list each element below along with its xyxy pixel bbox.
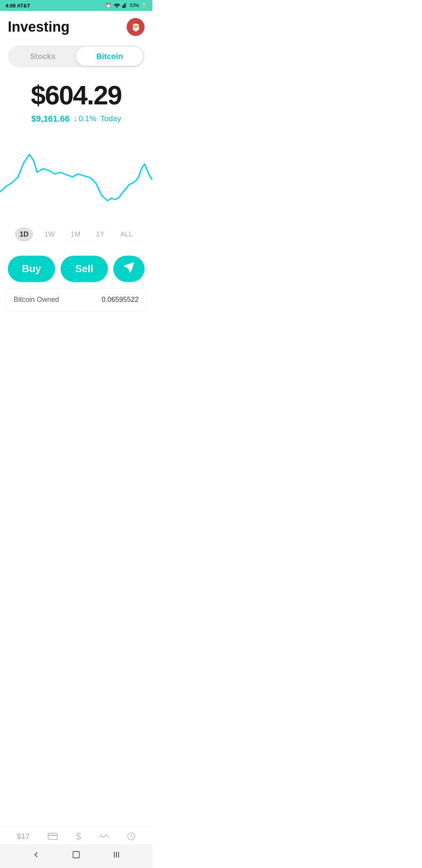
period-1d[interactable]: 1D — [15, 227, 33, 242]
svg-marker-5 — [124, 263, 133, 272]
btc-market-price: $9,161.66 — [31, 114, 70, 124]
svg-rect-3 — [125, 2, 126, 7]
svg-rect-0 — [122, 5, 123, 8]
wifi-icon — [113, 2, 120, 9]
change-percent: 0.1% — [79, 114, 97, 123]
price-change: ↓ 0.1% — [73, 114, 97, 123]
main-price: $604.29 — [8, 81, 145, 110]
send-button[interactable] — [113, 256, 145, 282]
tab-stocks[interactable]: Stocks — [9, 47, 76, 66]
svg-rect-1 — [123, 4, 124, 7]
page-title: Investing — [8, 19, 70, 35]
period-all[interactable]: ALL — [116, 227, 138, 242]
battery-icon: 🔋 — [141, 3, 147, 8]
btc-owned-card: Bitcoin Owned 0.06595522 — [5, 288, 147, 311]
sell-button[interactable]: Sell — [61, 256, 108, 282]
header: Investing 🎅 — [0, 11, 152, 40]
svg-rect-2 — [125, 3, 125, 7]
buy-button[interactable]: Buy — [8, 256, 55, 282]
price-chart — [0, 131, 152, 217]
signal-icon — [122, 2, 128, 9]
alarm-icon: ⏰ — [106, 3, 111, 8]
status-time: 4:08 AT&T — [5, 3, 30, 9]
period-1w[interactable]: 1W — [39, 227, 59, 242]
action-buttons: Buy Sell — [0, 252, 152, 288]
avatar-image: 🎅 — [131, 22, 141, 32]
change-period: Today — [100, 114, 121, 123]
period-1m[interactable]: 1M — [66, 227, 85, 242]
tab-toggle: Stocks Bitcoin — [8, 45, 145, 67]
avatar[interactable]: 🎅 — [127, 18, 145, 36]
period-1y[interactable]: 1Y — [91, 227, 109, 242]
status-icons: ⏰ 53% 🔋 — [106, 2, 147, 9]
time-period-selector: 1D 1W 1M 1Y ALL — [0, 221, 152, 248]
tab-bitcoin[interactable]: Bitcoin — [76, 47, 143, 66]
battery-text: 53% — [130, 3, 139, 8]
btc-owned-value: 0.06595522 — [102, 296, 139, 304]
btc-owned-label: Bitcoin Owned — [14, 296, 59, 304]
status-bar: 4:08 AT&T ⏰ 53% 🔋 — [0, 0, 152, 11]
send-icon — [123, 262, 134, 275]
chart-svg — [0, 135, 152, 213]
price-meta: $9,161.66 ↓ 0.1% Today — [8, 114, 145, 124]
price-section: $604.29 $9,161.66 ↓ 0.1% Today — [0, 73, 152, 127]
change-arrow: ↓ — [73, 114, 77, 123]
